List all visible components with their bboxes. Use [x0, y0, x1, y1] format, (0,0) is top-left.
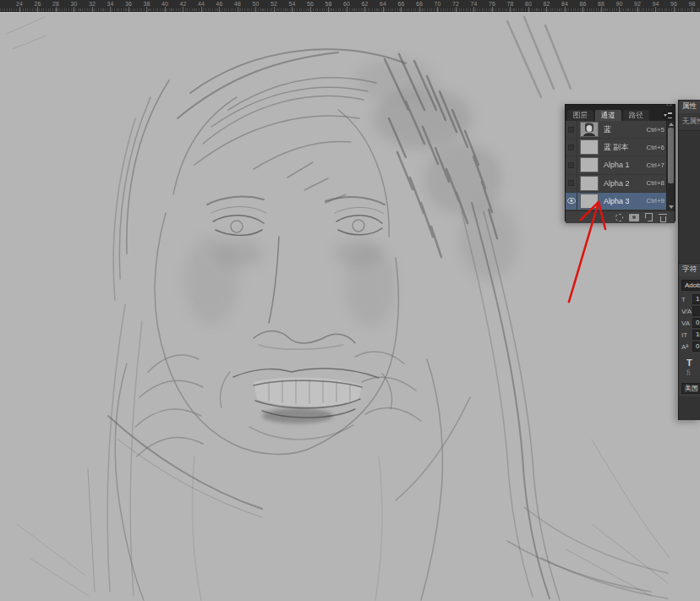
ruler-label: 62 [362, 0, 369, 11]
ruler-label: 58 [325, 0, 332, 11]
ruler-label: 76 [489, 0, 495, 11]
ruler-label: 64 [380, 0, 386, 11]
tab-paths-label: 路径 [629, 111, 643, 121]
ruler-label: 78 [507, 0, 514, 11]
ruler-label: 60 [343, 0, 350, 11]
ruler-label: 84 [561, 0, 568, 11]
channel-thumbnail[interactable] [580, 139, 599, 155]
ruler-label: 74 [471, 0, 478, 11]
channel-row-alpha2[interactable]: Alpha 2 Ctrl+8 [566, 175, 675, 193]
ruler-label: 50 [253, 0, 260, 11]
eye-icon [567, 198, 576, 204]
right-panel-strip: 属性 无属性 字符 Adob T 12 V∕A VA 0 IT 10 Aª 0 … [678, 100, 700, 420]
tab-properties[interactable]: 属性 [679, 101, 700, 113]
character-tab-bar: 字符 [679, 263, 700, 276]
kerning-field[interactable] [692, 306, 700, 316]
ruler-label: 28 [52, 0, 59, 11]
visibility-empty-box [568, 180, 574, 186]
tab-layers-label: 图层 [573, 111, 588, 121]
visibility-toggle[interactable] [566, 193, 577, 210]
ruler-label: 24 [16, 0, 23, 11]
visibility-toggle[interactable] [566, 139, 577, 156]
ruler-label: 82 [544, 0, 550, 11]
panel-menu-button[interactable] [662, 112, 673, 119]
no-properties-message: 无属性 [679, 113, 700, 131]
visibility-toggle[interactable] [566, 156, 577, 173]
font-size-field[interactable]: 12 [692, 294, 700, 304]
panel-menu-triangle-icon [664, 114, 667, 117]
properties-empty-area [679, 131, 700, 263]
document-canvas[interactable] [0, 0, 700, 601]
scroll-up-icon[interactable] [669, 123, 674, 126]
kerning-icon: V∕A [681, 308, 691, 315]
channel-thumbnail[interactable] [580, 122, 599, 137]
channel-thumbnail[interactable] [580, 194, 599, 209]
vertical-scale-icon: IT [681, 331, 691, 339]
ruler-label: 72 [452, 0, 459, 11]
new-channel-icon[interactable] [645, 213, 653, 221]
tab-character[interactable]: 字符 [679, 264, 700, 276]
baseline-shift-icon: Aª [681, 343, 691, 351]
portrait-thumbnail-image [581, 123, 598, 136]
panel-tab-bar: 图层 通道 路径 [566, 110, 675, 121]
collapse-panels-icon[interactable]: ⌃⌃ [665, 104, 672, 110]
ruler-label: 30 [71, 0, 78, 11]
channel-name: 蓝 [604, 124, 646, 135]
channel-shortcut: Ctrl+8 [646, 179, 664, 187]
faux-styles-row: T [681, 356, 700, 369]
properties-tab-bar: 属性 [679, 100, 700, 113]
channel-name: Alpha 3 [604, 197, 646, 205]
scroll-down-icon[interactable] [669, 205, 674, 209]
visibility-toggle[interactable] [566, 175, 577, 192]
ruler-label: 70 [435, 0, 441, 11]
ruler-label: 26 [35, 0, 41, 11]
channel-list: 蓝 Ctrl+5 蓝 副本 Ctrl+6 Alpha 1 Ctrl+7 Alph… [566, 121, 675, 210]
channel-name: Alpha 1 [604, 161, 646, 169]
channel-name: Alpha 2 [604, 179, 646, 188]
ruler-label: 38 [144, 0, 150, 11]
ruler-label: 52 [271, 0, 277, 11]
ruler-label: 46 [216, 0, 223, 11]
font-family-select[interactable]: Adob [681, 280, 700, 291]
language-select[interactable]: 美国 [681, 383, 700, 394]
ruler-label: 36 [125, 0, 132, 11]
ruler-label: 90 [616, 0, 623, 11]
channel-row-blue-copy[interactable]: 蓝 副本 Ctrl+6 [566, 139, 675, 156]
ruler-label: 98 [689, 0, 696, 11]
channel-thumbnail[interactable] [580, 157, 599, 172]
tracking-icon: VA [681, 320, 691, 327]
channel-list-scrollbar[interactable] [666, 121, 675, 210]
ruler-label: 44 [198, 0, 205, 11]
ruler-label: 54 [289, 0, 296, 11]
ruler-label: 66 [398, 0, 405, 11]
tab-channels-label: 通道 [601, 111, 615, 121]
channel-row-blue[interactable]: 蓝 Ctrl+5 [566, 121, 675, 139]
channel-row-alpha3[interactable]: Alpha 3 Ctrl+9 [566, 193, 675, 210]
font-size-icon: T [681, 296, 691, 303]
channel-shortcut: Ctrl+7 [646, 161, 664, 169]
ruler-label: 96 [670, 0, 677, 11]
visibility-empty-box [568, 127, 574, 133]
channel-thumbnail[interactable] [580, 176, 599, 191]
visibility-toggle[interactable] [566, 121, 577, 138]
tab-layers[interactable]: 图层 [567, 110, 593, 121]
channels-panel: ⌃⌃ 图层 通道 路径 蓝 Ctrl+5 [565, 104, 675, 221]
ruler-label: 40 [161, 0, 168, 11]
ruler-label: 68 [416, 0, 423, 11]
horizontal-ruler[interactable]: 2426283032343638404244464850525456586062… [0, 0, 700, 12]
tab-paths[interactable]: 路径 [623, 110, 649, 121]
save-selection-as-channel-icon[interactable] [629, 214, 639, 221]
load-channel-as-selection-icon[interactable] [615, 214, 623, 221]
panel-menu-lines-icon [668, 112, 672, 118]
baseline-shift-field[interactable]: 0 [692, 341, 700, 352]
vertical-scale-field[interactable]: 10 [692, 330, 700, 340]
scrollbar-thumb[interactable] [668, 128, 674, 183]
tab-channels[interactable]: 通道 [595, 110, 621, 121]
ligatures-button[interactable]: fi [686, 369, 700, 380]
faux-bold-button[interactable]: T [686, 358, 692, 368]
channel-row-alpha1[interactable]: Alpha 1 Ctrl+7 [566, 156, 675, 174]
tracking-field[interactable]: 0 [692, 318, 700, 328]
ruler-label: 88 [598, 0, 604, 11]
ruler-label: 48 [234, 0, 241, 11]
delete-channel-icon[interactable] [659, 214, 667, 222]
